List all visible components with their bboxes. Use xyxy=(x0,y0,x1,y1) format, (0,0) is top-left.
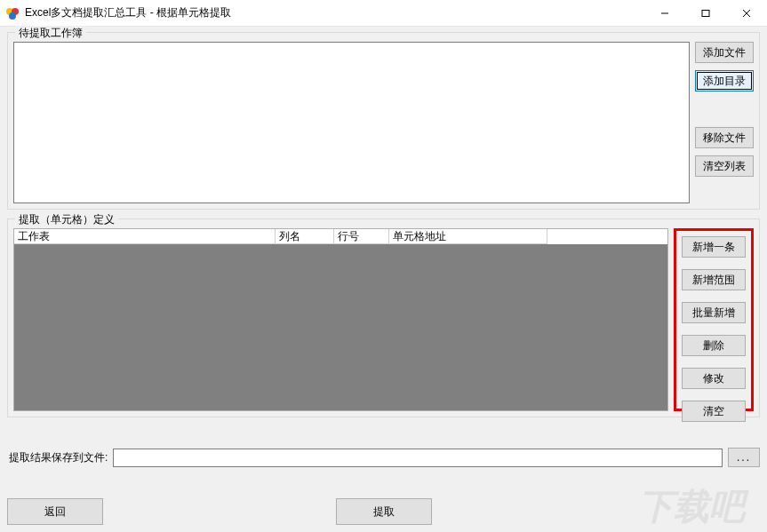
back-button[interactable]: 返回 xyxy=(7,498,103,525)
edit-button[interactable]: 修改 xyxy=(682,368,746,389)
window-buttons xyxy=(644,0,767,26)
add-directory-button[interactable]: 添加目录 xyxy=(695,70,754,91)
save-row: 提取结果保存到文件: ... xyxy=(7,448,760,467)
window-title: Excel多文档提取汇总工具 - 根据单元格提取 xyxy=(25,5,644,20)
bottom-bar: 返回 提取 xyxy=(7,498,760,525)
col-header-colname[interactable]: 列名 xyxy=(276,229,334,244)
column-headers: 工作表 列名 行号 单元格地址 xyxy=(14,229,667,244)
save-path-input[interactable] xyxy=(113,449,723,467)
clear-list-button[interactable]: 清空列表 xyxy=(695,155,754,177)
maximize-button[interactable] xyxy=(685,0,726,27)
minimize-button[interactable] xyxy=(644,0,685,27)
svg-point-2 xyxy=(9,12,16,20)
browse-button[interactable]: ... xyxy=(728,448,760,467)
titlebar: Excel多文档提取汇总工具 - 根据单元格提取 xyxy=(0,0,767,27)
col-header-rownum[interactable]: 行号 xyxy=(334,229,389,244)
save-label: 提取结果保存到文件: xyxy=(7,450,108,465)
workbooks-group-legend: 待提取工作簿 xyxy=(15,26,86,41)
col-header-celladdr[interactable]: 单元格地址 xyxy=(389,229,547,244)
workbooks-group: 待提取工作簿 添加文件 添加目录 移除文件 清空列表 xyxy=(7,32,760,210)
definitions-group: 提取（单元格）定义 工作表 列名 行号 单元格地址 新增一条 新增范围 批量新增… xyxy=(7,218,760,417)
definitions-listview[interactable]: 工作表 列名 行号 单元格地址 xyxy=(13,228,668,411)
client-area: 待提取工作簿 添加文件 添加目录 移除文件 清空列表 提取（单元格）定义 工作表… xyxy=(0,27,767,532)
remove-file-button[interactable]: 移除文件 xyxy=(695,127,754,148)
clear-defs-button[interactable]: 清空 xyxy=(682,401,746,422)
batch-add-button[interactable]: 批量新增 xyxy=(682,302,746,323)
definition-buttons-frame: 新增一条 新增范围 批量新增 删除 修改 清空 xyxy=(674,228,754,411)
add-one-button[interactable]: 新增一条 xyxy=(682,236,746,258)
col-header-worksheet[interactable]: 工作表 xyxy=(14,229,276,244)
workbooks-listbox[interactable] xyxy=(13,42,690,203)
add-range-button[interactable]: 新增范围 xyxy=(682,269,746,290)
close-button[interactable] xyxy=(726,0,767,27)
extract-button[interactable]: 提取 xyxy=(336,498,432,525)
app-icon xyxy=(5,6,20,20)
svg-rect-4 xyxy=(702,11,709,17)
add-file-button[interactable]: 添加文件 xyxy=(695,42,754,63)
definitions-group-legend: 提取（单元格）定义 xyxy=(15,212,118,227)
delete-button[interactable]: 删除 xyxy=(682,335,746,356)
